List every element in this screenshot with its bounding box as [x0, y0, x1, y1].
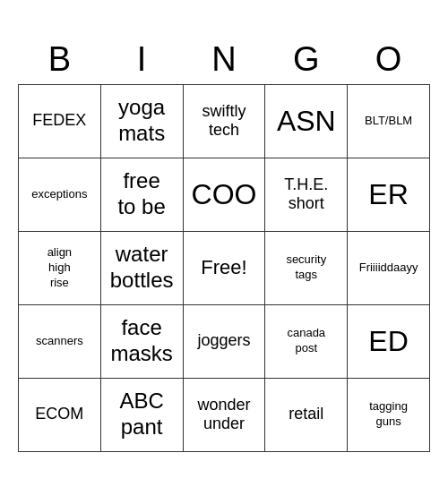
bingo-card: B I N G O FEDEXyoga matsswiftly techASNB…	[18, 35, 430, 452]
bingo-cell: BLT/BLM	[348, 84, 430, 158]
bingo-cell: tagging guns	[348, 378, 430, 451]
table-row: exceptionsfree to beCOOT.H.E. shortER	[19, 158, 430, 231]
table-row: scannersface masksjoggerscanada postED	[19, 304, 430, 378]
bingo-cell: swiftly tech	[183, 84, 265, 158]
bingo-cell: canada post	[265, 304, 348, 378]
bingo-cell: free to be	[100, 158, 183, 231]
bingo-cell: yoga mats	[100, 84, 183, 158]
bingo-cell: ED	[348, 304, 430, 378]
bingo-header: B I N G O	[19, 35, 430, 84]
bingo-cell: align high rise	[19, 231, 101, 304]
header-i: I	[100, 35, 183, 84]
bingo-cell: scanners	[19, 304, 101, 378]
bingo-cell: exceptions	[19, 158, 101, 231]
table-row: ECOMABC pantwonder underretailtagging gu…	[19, 378, 430, 451]
bingo-cell: security tags	[265, 231, 348, 304]
header-n: N	[183, 35, 265, 84]
bingo-cell: face masks	[100, 304, 183, 378]
bingo-cell: retail	[265, 378, 348, 451]
header-g: G	[265, 35, 348, 84]
bingo-cell: wonder under	[183, 378, 265, 451]
bingo-cell: COO	[183, 158, 265, 231]
bingo-cell: FEDEX	[19, 84, 101, 158]
table-row: FEDEXyoga matsswiftly techASNBLT/BLM	[19, 84, 430, 158]
bingo-cell: joggers	[183, 304, 265, 378]
header-o: O	[348, 35, 430, 84]
bingo-cell: ECOM	[19, 378, 101, 451]
bingo-cell: Free!	[183, 231, 265, 304]
bingo-cell: Friiiiddaayy	[348, 231, 430, 304]
bingo-cell: T.H.E. short	[265, 158, 348, 231]
header-b: B	[19, 35, 101, 84]
bingo-cell: ASN	[265, 84, 348, 158]
bingo-cell: ER	[348, 158, 430, 231]
bingo-body: FEDEXyoga matsswiftly techASNBLT/BLMexce…	[19, 84, 430, 451]
bingo-cell: water bottles	[100, 231, 183, 304]
bingo-cell: ABC pant	[100, 378, 183, 451]
table-row: align high risewater bottlesFree!securit…	[19, 231, 430, 304]
